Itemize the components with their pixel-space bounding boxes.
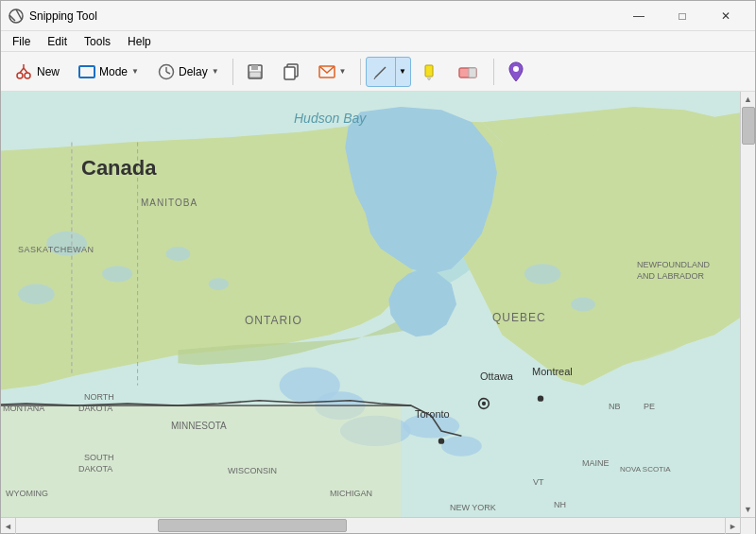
svg-point-35	[102, 266, 132, 282]
svg-line-20	[374, 78, 375, 79]
email-button[interactable]: ▼	[310, 57, 355, 87]
scroll-up-button[interactable]: ▲	[741, 92, 756, 107]
svg-line-11	[166, 72, 170, 74]
svg-rect-22	[427, 77, 431, 79]
highlighter-button[interactable]	[413, 57, 447, 87]
svg-point-3	[17, 73, 23, 78]
content-area: Hudson Bay Canada MANITOBA SASKATCHEWAN …	[1, 92, 755, 517]
menu-file[interactable]: File	[5, 33, 38, 50]
svg-rect-16	[284, 67, 295, 79]
mode-button[interactable]: Mode ▼	[70, 57, 147, 87]
pin-icon	[507, 61, 524, 82]
menu-help[interactable]: Help	[120, 33, 159, 50]
copy-button[interactable]	[274, 57, 308, 87]
email-dropdown-arrow: ▼	[339, 67, 347, 76]
app-icon	[9, 9, 24, 24]
svg-point-39	[524, 264, 561, 284]
svg-rect-14	[249, 72, 261, 78]
scroll-right-button[interactable]: ►	[725, 518, 740, 534]
svg-line-6	[24, 68, 27, 73]
toolbar: New Mode ▼ Delay ▼	[1, 52, 755, 92]
mode-dropdown-arrow: ▼	[131, 67, 139, 76]
svg-point-33	[441, 436, 482, 456]
pen-button[interactable]	[367, 58, 395, 86]
pen-dropdown-arrow[interactable]: ▼	[395, 58, 410, 86]
sep1	[232, 59, 233, 85]
svg-point-48	[438, 438, 444, 443]
scroll-track-horizontal	[16, 518, 725, 533]
highlighter-icon	[421, 63, 438, 80]
map-container[interactable]: Hudson Bay Canada MANITOBA SASKATCHEWAN …	[1, 92, 740, 517]
svg-rect-25	[469, 68, 476, 78]
pen-icon	[372, 63, 389, 80]
delay-button[interactable]: Delay ▼	[149, 57, 228, 87]
svg-rect-8	[79, 66, 94, 78]
menu-tools[interactable]: Tools	[77, 33, 118, 50]
pin-button[interactable]	[499, 57, 533, 87]
copy-icon	[283, 63, 300, 80]
scrollbar-right: ▲ ▼	[740, 92, 755, 517]
svg-point-4	[25, 73, 30, 78]
window: Snipping Tool — □ ✕ File Edit Tools Help…	[0, 0, 756, 534]
maximize-button[interactable]: □	[661, 1, 704, 31]
minimize-button[interactable]: —	[617, 1, 661, 31]
svg-rect-13	[251, 65, 258, 70]
scroll-track-vertical	[741, 107, 755, 502]
scroll-thumb-vertical[interactable]	[742, 107, 755, 145]
svg-point-37	[166, 247, 191, 261]
email-icon	[318, 65, 335, 78]
scroll-thumb-horizontal[interactable]	[158, 519, 347, 532]
scrollbar-corner	[740, 518, 755, 534]
scroll-left-button[interactable]: ◄	[1, 518, 16, 534]
svg-point-38	[209, 278, 229, 290]
svg-point-36	[18, 284, 55, 304]
svg-point-26	[513, 66, 519, 72]
svg-line-18	[375, 67, 386, 78]
new-button[interactable]: New	[7, 57, 68, 87]
scroll-down-button[interactable]: ▼	[741, 502, 756, 517]
pen-group: ▼	[366, 57, 411, 87]
mode-label: Mode	[99, 65, 128, 78]
close-button[interactable]: ✕	[704, 1, 747, 31]
svg-rect-23	[428, 79, 429, 80]
svg-point-0	[9, 9, 23, 23]
eraser-button[interactable]	[449, 57, 489, 87]
window-title: Snipping Tool	[29, 9, 617, 23]
title-bar: Snipping Tool — □ ✕	[1, 1, 755, 31]
delay-dropdown-arrow: ▼	[212, 67, 219, 76]
svg-point-46	[482, 402, 486, 405]
menu-edit[interactable]: Edit	[40, 33, 75, 50]
save-button[interactable]	[238, 57, 272, 87]
window-controls: — □ ✕	[617, 1, 747, 31]
clock-icon	[158, 63, 175, 80]
menu-bar: File Edit Tools Help	[1, 31, 755, 52]
svg-point-40	[571, 298, 595, 312]
svg-point-32	[403, 414, 459, 439]
svg-line-5	[20, 68, 24, 73]
map-svg	[1, 92, 740, 517]
scissors-icon	[15, 63, 32, 80]
sep3	[493, 59, 494, 85]
svg-point-47	[538, 395, 543, 401]
new-label: New	[37, 65, 60, 78]
eraser-icon	[457, 63, 480, 80]
svg-point-34	[46, 232, 87, 256]
delay-label: Delay	[179, 65, 208, 78]
mode-icon	[78, 65, 95, 78]
sep2	[360, 59, 361, 85]
save-icon	[247, 63, 264, 80]
svg-rect-41	[1, 405, 401, 517]
bottom-bar: ◄ ►	[1, 517, 755, 533]
svg-rect-21	[425, 65, 433, 77]
